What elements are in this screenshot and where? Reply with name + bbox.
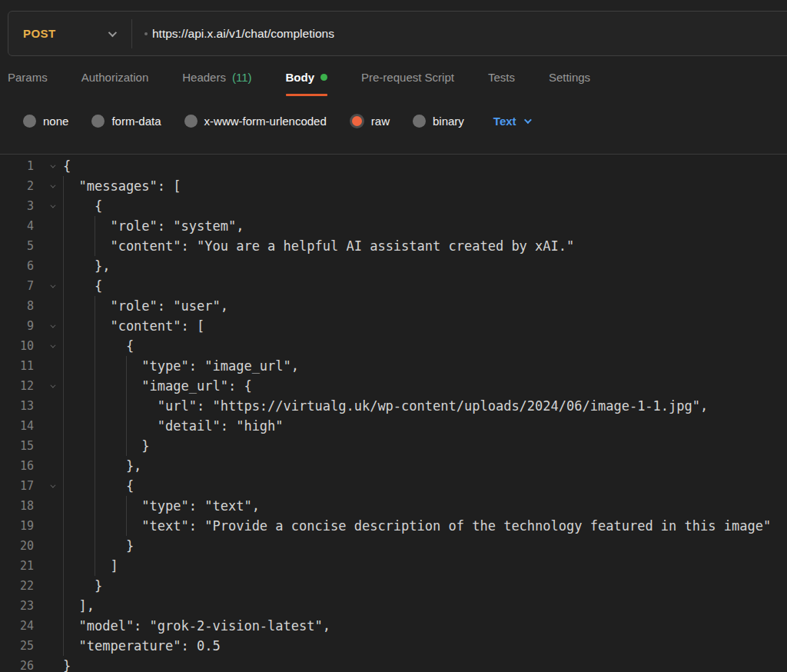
code-line[interactable]: 5"content": "You are a helpful AI assist…	[0, 236, 787, 256]
line-number[interactable]: 3	[0, 196, 40, 216]
line-number[interactable]: 20	[0, 536, 40, 556]
code-line[interactable]: 3{	[0, 196, 787, 216]
code-line[interactable]: 2"messages": [	[0, 176, 787, 196]
line-number[interactable]: 10	[0, 336, 40, 356]
code-line[interactable]: 7{	[0, 276, 787, 296]
code-line[interactable]: 16},	[0, 456, 787, 476]
indent-guide	[63, 496, 64, 516]
line-number[interactable]: 22	[0, 576, 40, 596]
code-line[interactable]: 9"content": [	[0, 316, 787, 336]
line-number[interactable]: 6	[0, 256, 40, 276]
line-number[interactable]: 21	[0, 556, 40, 576]
code-line[interactable]: 23],	[0, 596, 787, 616]
line-number[interactable]: 15	[0, 436, 40, 456]
line-number[interactable]: 4	[0, 216, 40, 236]
fold-toggle[interactable]	[40, 276, 63, 296]
line-number[interactable]: 25	[0, 636, 40, 656]
fold-gutter-empty	[40, 216, 63, 236]
code-text: "role": "user",	[63, 296, 787, 316]
code-line[interactable]: 1{	[0, 156, 787, 176]
line-number[interactable]: 8	[0, 296, 40, 316]
fold-gutter-empty	[40, 436, 63, 456]
indent-guide	[63, 196, 64, 216]
line-number[interactable]: 9	[0, 316, 40, 336]
indent-guide	[95, 416, 95, 436]
code-line[interactable]: 14"detail": "high"	[0, 416, 787, 436]
tab-pre-request-script[interactable]: Pre-request Script	[361, 56, 454, 98]
body-code-editor[interactable]: 1{2"messages": [3{4"role": "system",5"co…	[0, 154, 787, 672]
body-has-content-dot-icon	[320, 74, 327, 81]
code-line[interactable]: 18"type": "text",	[0, 496, 787, 516]
radio-icon[interactable]	[91, 115, 105, 128]
tab-tests[interactable]: Tests	[488, 56, 515, 98]
text-cursor-dot	[144, 32, 148, 35]
code-line[interactable]: 17{	[0, 476, 787, 496]
line-number[interactable]: 19	[0, 516, 40, 536]
line-number[interactable]: 2	[0, 176, 40, 196]
code-line[interactable]: 6},	[0, 256, 787, 276]
fold-toggle[interactable]	[40, 336, 63, 356]
line-number[interactable]: 13	[0, 396, 40, 416]
fold-gutter-empty	[40, 416, 63, 436]
line-number[interactable]: 18	[0, 496, 40, 516]
fold-toggle[interactable]	[40, 316, 63, 336]
fold-toggle[interactable]	[40, 156, 63, 176]
code-text: {	[63, 276, 787, 296]
code-line[interactable]: 4"role": "system",	[0, 216, 787, 236]
code-text: {	[63, 156, 787, 176]
fold-toggle[interactable]	[40, 476, 63, 496]
body-type-raw[interactable]: raw	[350, 114, 390, 128]
line-number[interactable]: 1	[0, 156, 40, 176]
body-type-binary[interactable]: binary	[413, 115, 464, 128]
radio-icon[interactable]	[184, 115, 198, 128]
body-type-none[interactable]: none	[23, 115, 68, 128]
tab-params[interactable]: Params	[8, 56, 48, 98]
line-number[interactable]: 26	[0, 656, 40, 672]
radio-selected-icon[interactable]	[350, 114, 364, 128]
line-number[interactable]: 24	[0, 616, 40, 636]
code-line[interactable]: 10{	[0, 336, 787, 356]
code-line[interactable]: 25"temperature": 0.5	[0, 636, 787, 656]
code-line[interactable]: 15}	[0, 436, 787, 456]
indent-guide	[63, 236, 64, 256]
code-text: "type": "text",	[63, 496, 787, 516]
line-number[interactable]: 11	[0, 356, 40, 376]
code-line[interactable]: 22}	[0, 576, 787, 596]
code-line[interactable]: 13"url": "https://virtualg.uk/wp-content…	[0, 396, 787, 416]
line-number[interactable]: 16	[0, 456, 40, 476]
line-number[interactable]: 7	[0, 276, 40, 296]
radio-icon[interactable]	[413, 115, 426, 128]
tab-authorization[interactable]: Authorization	[81, 56, 149, 98]
tab-body[interactable]: Body	[286, 56, 328, 98]
radio-icon[interactable]	[23, 115, 36, 128]
line-number[interactable]: 17	[0, 476, 40, 496]
url-input[interactable]: https://api.x.ai/v1/chat/completions	[132, 12, 787, 55]
language-dropdown[interactable]: Text	[493, 115, 530, 128]
code-line[interactable]: 26}	[0, 656, 787, 672]
code-line[interactable]: 12"image_url": {	[0, 376, 787, 396]
tab-settings[interactable]: Settings	[549, 56, 590, 98]
method-label: POST	[23, 27, 55, 40]
body-type-form-data[interactable]: form-data	[91, 115, 161, 128]
code-line[interactable]: 19"text": "Provide a concise description…	[0, 516, 787, 536]
code-text: },	[63, 256, 787, 276]
code-text: "type": "image_url",	[63, 356, 787, 376]
fold-toggle[interactable]	[40, 376, 63, 396]
body-type-x-www-form-urlencoded[interactable]: x-www-form-urlencoded	[184, 115, 327, 128]
fold-toggle[interactable]	[40, 176, 63, 196]
line-number[interactable]: 14	[0, 416, 40, 436]
tab-headers[interactable]: Headers(11)	[182, 56, 251, 98]
code-line[interactable]: 11"type": "image_url",	[0, 356, 787, 376]
fold-gutter-empty	[40, 576, 63, 596]
radio-label: x-www-form-urlencoded	[204, 115, 327, 128]
code-line[interactable]: 8"role": "user",	[0, 296, 787, 316]
fold-toggle[interactable]	[40, 196, 63, 216]
code-line[interactable]: 21]	[0, 556, 787, 576]
line-number[interactable]: 23	[0, 596, 40, 616]
code-line[interactable]: 24"model": "grok-2-vision-latest",	[0, 616, 787, 636]
code-line[interactable]: 20}	[0, 536, 787, 556]
method-dropdown[interactable]: POST	[8, 12, 131, 55]
fold-gutter-empty	[40, 256, 63, 276]
line-number[interactable]: 12	[0, 376, 40, 396]
line-number[interactable]: 5	[0, 236, 40, 256]
